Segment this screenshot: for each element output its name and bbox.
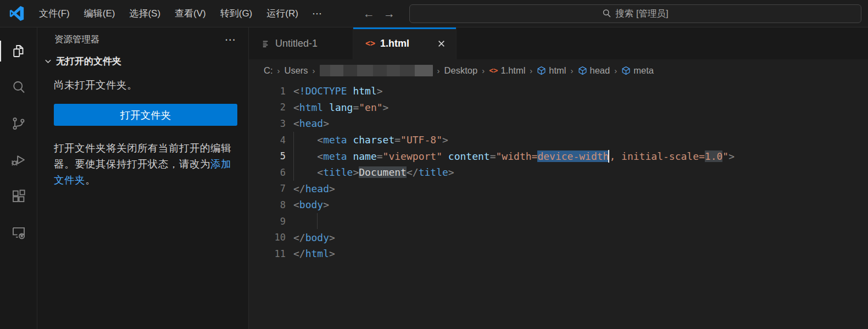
code-token — [293, 166, 317, 178]
breadcrumb-item[interactable]: Users — [285, 65, 308, 76]
breadcrumb-item[interactable]: head — [578, 65, 610, 76]
code-token: html — [299, 102, 323, 113]
vscode-logo-icon — [9, 6, 24, 21]
forward-arrow-icon[interactable]: → — [383, 8, 395, 19]
hint-period: 。 — [85, 174, 96, 186]
section-title: 无打开的文件夹 — [56, 55, 121, 68]
html-file-icon: <> — [365, 38, 375, 48]
line-number: 7 — [249, 183, 286, 194]
code-line-4: 4 <meta charset="UTF-8"> — [249, 132, 868, 148]
plaintext-file-icon — [261, 39, 270, 48]
explorer-icon[interactable] — [0, 33, 37, 69]
code-token — [347, 85, 353, 97]
code-editor[interactable]: 1<!DOCTYPE html>2<html lang="en">3<head>… — [249, 81, 868, 329]
breadcrumb-item[interactable]: <>1.html — [489, 65, 525, 76]
code-token: body — [305, 232, 329, 243]
code-line-5: 5 <meta name="viewport" content="width=d… — [249, 148, 868, 164]
code-line-6: 6 <title>Document</title> — [249, 164, 868, 181]
breadcrumb-item[interactable] — [320, 65, 433, 76]
run-and-debug-icon[interactable] — [0, 142, 37, 178]
code-token: < — [293, 85, 299, 97]
menu-item[interactable]: 转到(G) — [213, 4, 260, 23]
title-bar: 文件(F)编辑(E)选择(S)查看(V)转到(G)运行(R) ⋯ ← → 搜索 … — [0, 0, 868, 27]
sidebar-more-actions-icon[interactable]: ⋯ — [222, 33, 238, 46]
line-number: 11 — [249, 248, 286, 259]
tab-label: Untitled-1 — [275, 38, 318, 49]
explorer-sidebar: 资源管理器 ⋯ 无打开的文件夹 尚未打开文件夹。 打开文件夹 打开文件夹将关闭所… — [37, 27, 249, 329]
symbol-cube-icon — [578, 66, 587, 75]
breadcrumb-item[interactable]: Desktop — [444, 65, 478, 76]
code-token: charset — [353, 134, 394, 146]
breadcrumb-item[interactable]: meta — [621, 65, 654, 76]
html-file-icon: <> — [489, 66, 498, 75]
breadcrumb-item[interactable]: C: — [264, 65, 273, 76]
code-line-content[interactable]: </body> — [293, 229, 335, 246]
code-token: > — [329, 248, 335, 259]
code-token: < — [317, 150, 323, 162]
breadcrumb-separator-icon: › — [614, 66, 617, 75]
menu-bar: 文件(F)编辑(E)选择(S)查看(V)转到(G)运行(R) — [32, 4, 305, 23]
symbol-cube-icon — [621, 66, 631, 75]
indent-guide — [293, 148, 294, 164]
menu-item[interactable]: 运行(R) — [259, 4, 305, 23]
open-folder-button[interactable]: 打开文件夹 — [54, 104, 237, 126]
tab-untitled-1[interactable]: Untitled-1 — [249, 27, 353, 59]
code-token: !DOCTYPE — [299, 85, 347, 97]
code-token — [323, 102, 329, 113]
code-token: > — [448, 166, 454, 178]
code-line-content[interactable]: <meta charset="UTF-8"> — [293, 132, 448, 148]
remote-explorer-icon[interactable] — [0, 214, 37, 250]
close-tab-icon[interactable] — [436, 38, 447, 49]
code-token: html — [353, 85, 376, 97]
code-token — [293, 150, 317, 162]
menu-overflow-icon[interactable]: ⋯ — [305, 4, 329, 23]
breadcrumb-separator-icon: › — [437, 66, 440, 75]
code-line-content[interactable]: <body> — [293, 197, 329, 213]
code-token: = — [394, 134, 400, 146]
source-control-icon[interactable] — [0, 105, 37, 142]
breadcrumb: C:›Users››Desktop›<>1.html›html›head›met… — [249, 59, 868, 81]
extensions-icon[interactable] — [0, 178, 37, 214]
code-line-content[interactable]: </head> — [293, 181, 335, 197]
breadcrumb-separator-icon: › — [530, 66, 532, 75]
indent-guide — [317, 213, 318, 230]
code-line-content[interactable]: <head> — [293, 115, 329, 132]
search-placeholder-text: 搜索 [管理员] — [615, 8, 668, 20]
menu-item[interactable]: 编辑(E) — [77, 4, 123, 23]
breadcrumb-label: meta — [633, 65, 654, 76]
breadcrumb-item[interactable]: html — [537, 65, 566, 76]
code-token: > — [383, 102, 389, 113]
code-token: body — [299, 199, 323, 210]
code-token: "en" — [359, 102, 382, 113]
section-no-open-folder[interactable]: 无打开的文件夹 — [37, 52, 248, 70]
menu-item[interactable]: 查看(V) — [168, 4, 213, 23]
line-number: 10 — [249, 232, 286, 243]
menu-item[interactable]: 选择(S) — [122, 4, 168, 23]
code-line-content[interactable]: <meta name="viewport" content="width=dev… — [293, 148, 735, 164]
code-line-content[interactable]: <!DOCTYPE html> — [293, 83, 383, 99]
code-token: < — [293, 199, 299, 210]
code-token: "width= — [496, 150, 538, 162]
search-icon — [602, 9, 611, 18]
code-token — [347, 134, 353, 146]
code-line-content[interactable]: </html> — [293, 246, 335, 262]
code-token: lang — [329, 102, 353, 113]
code-token: </ — [293, 248, 305, 259]
code-line-content[interactable]: <html lang="en"> — [293, 99, 388, 116]
symbol-cube-icon — [537, 66, 546, 75]
search-sidebar-icon[interactable] — [0, 69, 37, 105]
code-line-10: 10</body> — [249, 229, 868, 246]
code-token: < — [293, 118, 299, 129]
tab-1-html[interactable]: <> 1.html — [353, 27, 457, 59]
menu-item[interactable]: 文件(F) — [32, 4, 77, 23]
search-input[interactable]: 搜索 [管理员] — [409, 4, 861, 23]
code-token: meta — [323, 150, 347, 162]
code-line-content[interactable]: <title>Document</title> — [293, 164, 454, 181]
code-token: html — [305, 248, 329, 259]
tab-bar: Untitled-1 <> 1.html — [249, 27, 868, 59]
code-token: content — [448, 150, 490, 162]
back-arrow-icon[interactable]: ← — [363, 8, 375, 19]
code-line-3: 3<head> — [249, 115, 868, 132]
breadcrumb-label: Users — [285, 65, 308, 76]
code-token: > — [377, 85, 383, 97]
